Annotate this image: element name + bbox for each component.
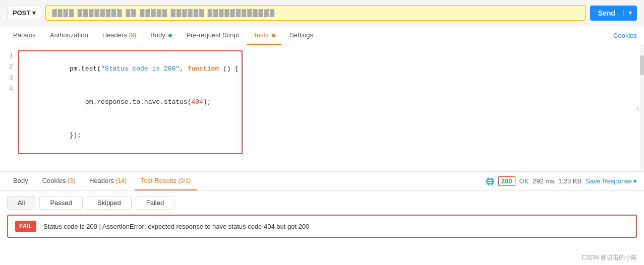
collapse-arrow[interactable]: ‹ [636, 104, 639, 113]
filter-passed[interactable]: Passed [39, 196, 82, 210]
footer: CSDN @进击的小陈 [0, 250, 644, 265]
body-dot [168, 34, 172, 37]
save-response-chevron: ▾ [633, 177, 637, 185]
tab-response-headers[interactable]: Headers (14) [83, 172, 133, 190]
tab-authorization[interactable]: Authorization [44, 26, 94, 45]
url-value: ████ ████████ ██ █████ ██████ ██████████… [52, 9, 275, 17]
fail-badge: FAIL [15, 221, 36, 232]
tab-response-body[interactable]: Body [7, 172, 34, 190]
tab-params[interactable]: Params [7, 26, 42, 45]
tests-dot [272, 34, 275, 37]
send-label: Send [590, 9, 623, 17]
top-bar: POST ▾ ████ ████████ ██ █████ ██████ ███… [0, 0, 644, 26]
code-line-1: pm.test("Status code is 200", function (… [22, 52, 239, 86]
globe-icon: 🌐 [486, 177, 494, 185]
tab-test-results[interactable]: Test Results (0/1) [135, 172, 197, 190]
code-content: pm.test("Status code is 200", function (… [18, 50, 644, 166]
line-numbers: 1 2 3 4 [0, 50, 18, 166]
send-button[interactable]: Send ▾ [590, 6, 637, 21]
url-input[interactable]: ████ ████████ ██ █████ ██████ ██████████… [45, 5, 586, 21]
tab-pre-request[interactable]: Pre-request Script [180, 26, 245, 45]
method-chevron: ▾ [32, 9, 36, 17]
save-response-button[interactable]: Save Response ▾ [586, 177, 637, 185]
filter-failed[interactable]: Failed [136, 196, 174, 210]
cookies-link[interactable]: Cookies [613, 32, 637, 39]
response-time: 292 ms [533, 177, 554, 185]
footer-credit: CSDN @进击的小陈 [581, 253, 637, 262]
fail-result-row: FAIL Status code is 200 | AssertionError… [7, 215, 637, 238]
filter-skipped[interactable]: Skipped [87, 196, 132, 210]
response-tabs-bar: Body Cookies (3) Headers (14) Test Resul… [0, 171, 644, 191]
code-editor[interactable]: 1 2 3 4 pm.test("Status code is 200", fu… [0, 45, 644, 171]
scrollbar-thumb[interactable] [640, 55, 644, 76]
status-ok: OK [519, 177, 529, 185]
tab-headers[interactable]: Headers (9) [96, 26, 142, 45]
filter-all[interactable]: All [7, 196, 35, 210]
fail-message: Status code is 200 | AssertionError: exp… [43, 223, 309, 230]
code-line-2: pm.response.to.have.status(404); [22, 86, 239, 119]
code-selected-block: pm.test("Status code is 200", function (… [18, 50, 243, 154]
request-tabs: Params Authorization Headers (9) Body Pr… [0, 26, 644, 45]
code-lines: 1 2 3 4 pm.test("Status code is 200", fu… [0, 50, 644, 166]
app-container: POST ▾ ████ ████████ ██ █████ ██████ ███… [0, 0, 644, 265]
tab-response-cookies[interactable]: Cookies (3) [36, 172, 81, 190]
tab-tests[interactable]: Tests [247, 26, 281, 45]
filter-bar: All Passed Skipped Failed [0, 191, 644, 215]
code-line-3: }); [22, 119, 239, 152]
tab-settings[interactable]: Settings [283, 26, 319, 45]
method-label: POST [13, 9, 30, 17]
status-code: 200 [498, 176, 515, 186]
send-chevron: ▾ [623, 10, 637, 16]
response-stats: 🌐 200 OK 292 ms 1.23 KB Save Response ▾ [486, 176, 637, 186]
tab-body[interactable]: Body [144, 26, 178, 45]
scrollbar-track[interactable] [640, 45, 644, 171]
code-line-4 [18, 155, 644, 166]
method-select[interactable]: POST ▾ [7, 6, 41, 20]
response-size: 1.23 KB [558, 177, 581, 185]
